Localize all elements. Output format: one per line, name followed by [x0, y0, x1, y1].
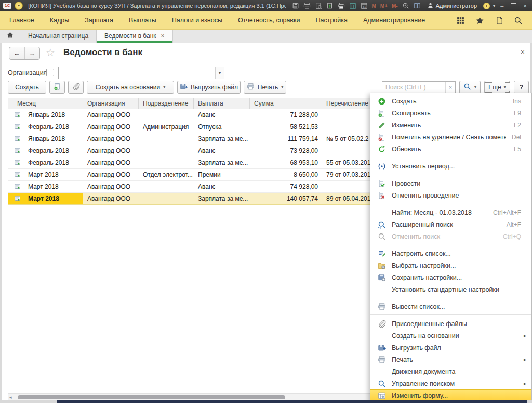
organization-filter-checkbox[interactable]: [46, 69, 54, 76]
tab-close-icon[interactable]: ×: [161, 32, 165, 40]
maximize-button[interactable]: [511, 3, 516, 8]
tab-start-page[interactable]: Начальная страница: [20, 29, 97, 43]
attached-files-button[interactable]: [68, 81, 84, 94]
info-caret-icon[interactable]: ▾: [493, 4, 495, 8]
context-menu-item[interactable]: [370, 244, 531, 248]
column-header-month[interactable]: Месяц: [8, 98, 83, 109]
export-file-button[interactable]: Выгрузить файл: [177, 81, 241, 94]
context-menu-item[interactable]: Выгрузить файл: [370, 342, 531, 354]
back-button[interactable]: ←: [9, 47, 25, 59]
menu-item-shortcut: Alt+F: [507, 221, 521, 228]
home-tab[interactable]: [0, 29, 20, 43]
context-menu-item[interactable]: Печать: [370, 354, 531, 366]
context-menu-item[interactable]: Установить стандартные настройки: [370, 283, 531, 295]
calc-memory-plus-icon[interactable]: М+: [380, 3, 388, 9]
context-menu-item[interactable]: Выбрать настройки...: [370, 259, 531, 271]
menubar-item[interactable]: Отчетность, справки: [238, 17, 300, 24]
context-menu-item[interactable]: [370, 157, 531, 160]
context-menu-item[interactable]: Создать на основании: [370, 330, 531, 342]
menubar-item[interactable]: Настройка: [315, 17, 348, 24]
send-icon[interactable]: [326, 2, 334, 9]
help-button[interactable]: ?: [514, 81, 529, 94]
forward-button[interactable]: →: [25, 47, 40, 59]
calc-memory-minus-icon[interactable]: М-: [392, 3, 398, 9]
context-menu-item[interactable]: Расширенный поиск Alt+F: [370, 218, 531, 230]
more-button[interactable]: Еще▾: [484, 81, 510, 94]
context-menu-item[interactable]: Установить период...: [370, 160, 531, 172]
context-menu-item[interactable]: Движения документа: [370, 366, 531, 378]
menu-item-icon: [378, 109, 387, 118]
context-menu-item[interactable]: Найти: Месяц - 01.03.2018 Ctrl+Alt+F: [370, 206, 531, 218]
context-menu-item[interactable]: Настроить список...: [370, 248, 531, 259]
organization-input[interactable]: [59, 67, 215, 79]
context-menu-item[interactable]: Отменить поиск Ctrl+Q: [370, 230, 531, 242]
context-menu-item[interactable]: Отменить проведение: [370, 189, 531, 201]
context-menu-item[interactable]: Вывести список...: [370, 301, 531, 313]
zoom-icon[interactable]: [402, 2, 409, 9]
column-header-organization[interactable]: Организация: [83, 98, 139, 109]
print-current-icon[interactable]: [338, 2, 345, 9]
context-menu-item[interactable]: Сохранить настройки...: [370, 271, 531, 283]
close-window-button[interactable]: ×: [522, 0, 529, 11]
context-menu-item[interactable]: [370, 297, 531, 301]
more-context-menu: Создать Ins Скопировать F9 Изменить F2 П…: [370, 93, 532, 403]
window-frame-left: [0, 11, 2, 403]
home-icon: [6, 31, 14, 41]
scroll-left-icon[interactable]: ◂: [9, 395, 12, 400]
calendar-icon[interactable]: [349, 2, 356, 9]
context-menu-item[interactable]: Провести: [370, 177, 531, 189]
save-icon[interactable]: [292, 2, 299, 9]
calendar-date-icon[interactable]: 31: [361, 2, 368, 9]
print-button[interactable]: Печать▾: [244, 81, 286, 94]
menubar-item[interactable]: Главное: [9, 17, 34, 24]
split-view-icon[interactable]: [414, 2, 421, 9]
print-preview-icon[interactable]: [315, 2, 322, 9]
main-menu-button[interactable]: ▾: [15, 2, 23, 10]
column-header-payment[interactable]: Выплата: [194, 98, 250, 109]
menu-item-icon: [378, 162, 387, 171]
context-menu-item[interactable]: Пометить на удаление / Снять пометку Del: [370, 131, 531, 143]
info-icon[interactable]: i: [483, 3, 490, 9]
close-form-icon[interactable]: ×: [521, 48, 525, 56]
history-icon[interactable]: [495, 16, 503, 25]
context-menu-item[interactable]: Скопировать F9: [370, 107, 531, 119]
context-menu-item[interactable]: Изменить F2: [370, 119, 531, 131]
favorites-icon[interactable]: [475, 16, 484, 25]
menubar-item[interactable]: Налоги и взносы: [172, 17, 222, 24]
menubar-item[interactable]: Кадры: [50, 17, 69, 24]
create-button[interactable]: Создать: [8, 81, 46, 94]
menu-item-label: Печать: [392, 356, 515, 363]
global-search-icon[interactable]: [514, 16, 523, 25]
document-posted-icon: [14, 147, 22, 154]
menubar-item[interactable]: Выплаты: [129, 17, 156, 24]
current-user[interactable]: Администратор: [427, 2, 477, 10]
context-menu-item[interactable]: [370, 314, 531, 318]
menu-item-icon: [378, 379, 387, 388]
context-menu-item[interactable]: [370, 174, 531, 177]
scrollbar-thumb[interactable]: [18, 395, 285, 399]
column-header-sum[interactable]: Сумма: [250, 98, 322, 109]
menu-item-shortcut: Ctrl+Alt+F: [493, 209, 521, 216]
menu-item-icon: [378, 355, 387, 364]
context-menu-item[interactable]: Управление поиском: [370, 378, 531, 389]
tab-vedomosti-v-bank[interactable]: Ведомости в банк ×: [97, 29, 172, 43]
search-button[interactable]: ▾: [459, 81, 481, 94]
context-menu-item[interactable]: Присоединенные файлы: [370, 318, 531, 330]
copy-button[interactable]: [49, 81, 65, 94]
menubar-item[interactable]: Администрирование: [363, 17, 425, 24]
add-favorite-star-icon[interactable]: ☆: [46, 47, 55, 58]
all-functions-icon[interactable]: [456, 16, 465, 25]
context-menu-item[interactable]: [370, 203, 531, 206]
search-input[interactable]: [382, 82, 445, 93]
context-menu-item[interactable]: Обновить F5: [370, 143, 531, 155]
minimize-button[interactable]: –: [498, 0, 506, 11]
create-based-on-button[interactable]: Создать на основании▾: [87, 81, 174, 94]
combobox-dropdown-icon[interactable]: ▾: [215, 67, 224, 79]
print-icon[interactable]: [303, 2, 311, 9]
column-header-department[interactable]: Подразделение: [139, 98, 194, 109]
menubar-item[interactable]: Зарплата: [85, 17, 113, 24]
context-menu-item[interactable]: Создать Ins: [370, 95, 531, 107]
calc-memory-icon[interactable]: М: [372, 3, 376, 9]
search-clear-icon[interactable]: ×: [445, 82, 455, 93]
context-menu-item[interactable]: Изменить форму...: [370, 389, 531, 401]
